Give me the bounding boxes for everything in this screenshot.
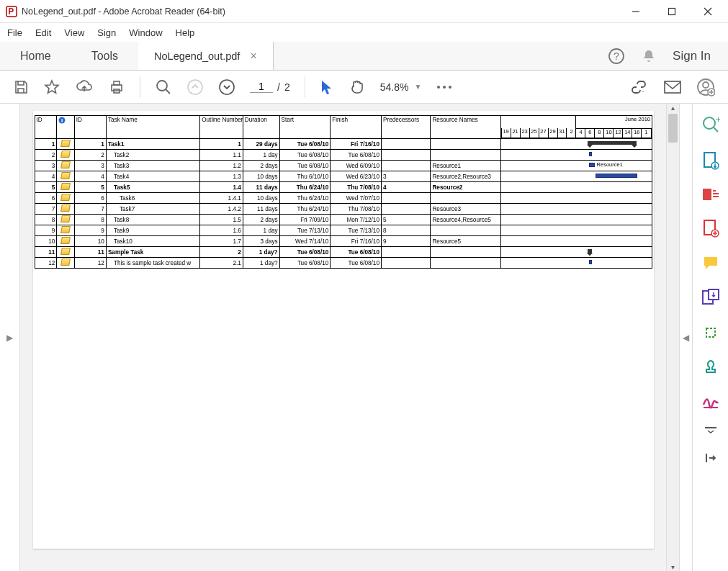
right-panel-toggle[interactable]: ◀ bbox=[679, 104, 692, 571]
timeline-tick: 21 bbox=[511, 128, 520, 138]
col-pred: Predecessors bbox=[381, 116, 430, 139]
create-pdf-icon[interactable] bbox=[702, 219, 719, 238]
svg-point-16 bbox=[449, 86, 451, 89]
col-res: Resource Names bbox=[431, 116, 500, 139]
svg-line-11 bbox=[166, 89, 170, 94]
close-button[interactable] bbox=[693, 1, 722, 22]
bell-icon[interactable] bbox=[641, 48, 657, 64]
table-row: 44Task41.310 daysThu 6/10/10Wed 6/23/103… bbox=[35, 171, 652, 182]
table-row: 11Task1129 daysTue 6/08/10Fri 7/16/10 bbox=[35, 139, 652, 150]
svg-rect-8 bbox=[114, 81, 120, 85]
save-icon[interactable] bbox=[13, 79, 29, 95]
col-finish: Finish bbox=[331, 116, 382, 139]
right-tool-panel: + bbox=[692, 104, 728, 571]
table-row: 22Task21.11 dayTue 6/08/10Tue 6/08/10 bbox=[35, 150, 652, 161]
search-tool-icon[interactable]: + bbox=[701, 115, 720, 134]
timeline-tick: 8 bbox=[595, 128, 604, 138]
svg-text:?: ? bbox=[614, 50, 619, 62]
svg-rect-31 bbox=[713, 190, 716, 192]
more-tools-icon[interactable] bbox=[704, 426, 718, 433]
timeline-tick: 4 bbox=[576, 128, 585, 138]
share-link-icon[interactable] bbox=[630, 79, 649, 95]
tab-tools[interactable]: Tools bbox=[71, 42, 138, 70]
timeline-tick: 14 bbox=[623, 128, 632, 138]
tab-document-label: NoLegend_out.pdf bbox=[154, 50, 240, 62]
maximize-button[interactable] bbox=[657, 1, 686, 22]
star-icon[interactable] bbox=[43, 78, 60, 96]
tab-home[interactable]: Home bbox=[0, 42, 71, 70]
svg-point-14 bbox=[437, 86, 440, 89]
col-start: Start bbox=[279, 116, 331, 139]
menu-view[interactable]: View bbox=[64, 27, 84, 38]
tabbar: Home Tools NoLegend_out.pdf × ? Sign In bbox=[0, 42, 728, 71]
svg-rect-2 bbox=[669, 8, 675, 14]
col-timeline: June 2010 192123252729312468101214161 bbox=[500, 116, 652, 139]
timeline-tick: 10 bbox=[604, 128, 614, 138]
print-icon[interactable] bbox=[108, 79, 125, 95]
timeline-tick: 2 bbox=[567, 128, 576, 138]
task-table: ID i ID Task Name Outline Number Duratio… bbox=[35, 115, 652, 269]
svg-rect-17 bbox=[665, 81, 680, 93]
zoom-find-icon[interactable] bbox=[155, 78, 172, 96]
col-duration: Duration bbox=[243, 116, 279, 139]
svg-point-25 bbox=[704, 117, 715, 129]
sign-icon[interactable] bbox=[701, 393, 720, 409]
stamp-icon[interactable] bbox=[701, 359, 720, 376]
svg-rect-30 bbox=[703, 189, 711, 200]
export-pdf-icon[interactable] bbox=[702, 151, 719, 170]
col-info: i bbox=[57, 116, 74, 139]
svg-point-13 bbox=[220, 80, 234, 94]
timeline-tick: 25 bbox=[529, 128, 539, 138]
menu-file[interactable]: File bbox=[7, 27, 22, 38]
more-icon[interactable] bbox=[436, 84, 453, 90]
svg-rect-32 bbox=[713, 193, 719, 194]
page-down-icon[interactable] bbox=[218, 78, 235, 96]
page-sep: / bbox=[277, 81, 280, 93]
hand-tool-icon[interactable] bbox=[349, 78, 366, 96]
page-up-icon[interactable] bbox=[187, 78, 204, 96]
menu-help[interactable]: Help bbox=[176, 27, 195, 38]
svg-point-15 bbox=[443, 86, 446, 89]
page-number-control: / 2 bbox=[250, 81, 290, 93]
app-icon bbox=[6, 6, 17, 17]
vertical-scrollbar[interactable]: ▴ ▾ bbox=[666, 104, 679, 571]
minimize-button[interactable] bbox=[621, 1, 650, 22]
cloud-upload-icon[interactable] bbox=[75, 79, 94, 95]
account-icon[interactable] bbox=[696, 78, 715, 96]
menu-window[interactable]: Window bbox=[129, 27, 162, 38]
left-panel-toggle[interactable]: ▶ bbox=[0, 104, 20, 571]
pdf-page: ID i ID Task Name Outline Number Duratio… bbox=[33, 111, 654, 549]
svg-text:i: i bbox=[61, 117, 63, 124]
tab-document[interactable]: NoLegend_out.pdf × bbox=[138, 42, 274, 70]
timeline-tick: 19 bbox=[501, 128, 511, 138]
combine-icon[interactable] bbox=[701, 288, 720, 307]
help-icon[interactable]: ? bbox=[608, 48, 625, 65]
table-row: 1212This is sample task created w2.11 da… bbox=[35, 258, 652, 269]
scrollbar-thumb[interactable] bbox=[668, 114, 678, 143]
page-current-input[interactable] bbox=[250, 81, 273, 93]
organize-icon[interactable] bbox=[701, 187, 720, 202]
timeline-tick: 12 bbox=[614, 128, 623, 138]
menu-edit[interactable]: Edit bbox=[35, 27, 51, 38]
svg-point-10 bbox=[157, 81, 167, 91]
select-tool-icon[interactable] bbox=[320, 79, 334, 95]
sign-in-button[interactable]: Sign In bbox=[673, 49, 711, 63]
mail-icon[interactable] bbox=[663, 80, 682, 94]
toolbar: / 2 54.8% ▼ bbox=[0, 71, 728, 104]
crop-icon[interactable] bbox=[702, 324, 719, 341]
menu-sign[interactable]: Sign bbox=[97, 27, 116, 38]
svg-point-12 bbox=[188, 80, 202, 94]
timeline-tick: 1 bbox=[642, 128, 651, 138]
svg-rect-40 bbox=[706, 328, 715, 337]
table-row: 88Task81.52 daysFri 7/09/10Mon 7/12/105R… bbox=[35, 215, 652, 225]
zoom-dropdown-icon[interactable]: ▼ bbox=[414, 83, 421, 91]
document-view[interactable]: ID i ID Task Name Outline Number Duratio… bbox=[20, 104, 666, 571]
col-taskname: Task Name bbox=[106, 116, 199, 139]
timeline-tick: 31 bbox=[557, 128, 567, 138]
close-tab-icon[interactable]: × bbox=[250, 50, 256, 63]
collapse-panel-icon[interactable] bbox=[704, 451, 718, 465]
svg-line-26 bbox=[714, 127, 718, 132]
window-title: NoLegend_out.pdf - Adobe Acrobat Reader … bbox=[22, 6, 621, 17]
timeline-tick: 16 bbox=[632, 128, 642, 138]
comment-icon[interactable] bbox=[702, 255, 719, 271]
